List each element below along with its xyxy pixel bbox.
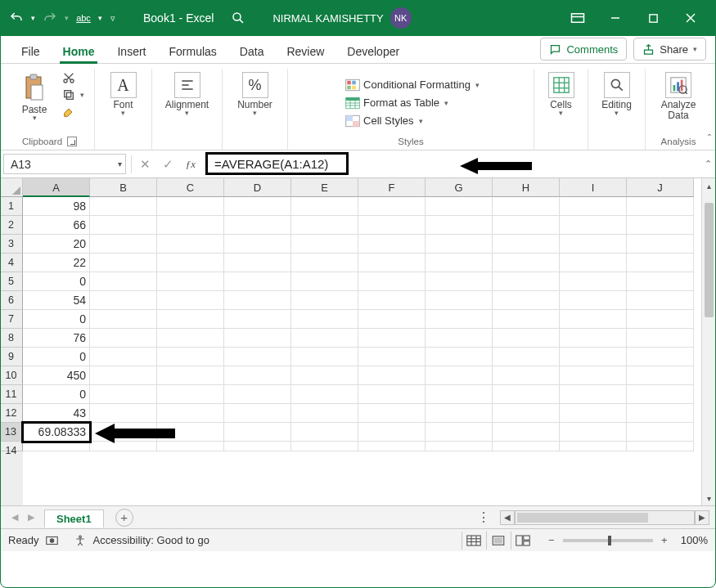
row-header-9[interactable]: 9 [0, 348, 23, 366]
conditional-formatting-button[interactable]: Conditional Formatting▾ [344, 78, 481, 92]
col-header-F[interactable]: F [358, 178, 426, 197]
row-header-4[interactable]: 4 [0, 254, 23, 272]
vertical-scrollbar[interactable]: ▴ ▾ [701, 178, 716, 505]
zoom-out-button[interactable]: − [545, 534, 558, 546]
formula-input[interactable]: =AVERAGE(A1:A12) [205, 152, 349, 175]
share-button[interactable]: Share ▾ [633, 38, 706, 61]
col-header-H[interactable]: H [493, 178, 560, 197]
cell-A1[interactable]: 98 [23, 197, 90, 216]
tab-insert[interactable]: Insert [106, 40, 157, 63]
cell-G1[interactable] [426, 197, 493, 216]
dropdown-icon[interactable]: ▾ [65, 14, 69, 22]
sheet-tab[interactable]: Sheet1 [44, 509, 104, 527]
minimize-button[interactable] [597, 0, 634, 36]
cell-H1[interactable] [493, 197, 560, 216]
new-sheet-button[interactable]: + [115, 509, 133, 527]
accessibility-icon[interactable] [74, 534, 87, 547]
paste-button[interactable]: Paste ▾ [13, 70, 56, 122]
maximize-button[interactable] [634, 0, 672, 36]
scroll-down-button[interactable]: ▾ [702, 491, 716, 505]
sheet-nav-prev[interactable]: ◀ [7, 512, 23, 523]
spellcheck-button[interactable]: abc [74, 8, 93, 28]
number-button[interactable]: % Number ▾ [234, 70, 277, 117]
col-header-C[interactable]: C [157, 178, 224, 197]
col-header-A[interactable]: A [23, 178, 90, 197]
undo-button[interactable] [7, 8, 26, 28]
tab-data[interactable]: Data [228, 40, 276, 63]
dialog-launcher-icon[interactable] [67, 137, 77, 146]
row-header-10[interactable]: 10 [0, 366, 23, 385]
row-header-14[interactable]: 14 [0, 442, 23, 451]
zoom-control[interactable]: − + 100% [545, 534, 708, 546]
row-header-5[interactable]: 5 [0, 272, 23, 291]
cell-A3[interactable]: 20 [23, 235, 90, 254]
row-header-6[interactable]: 6 [0, 291, 23, 310]
row-header-1[interactable]: 1 [0, 197, 23, 216]
editing-button[interactable]: Editing ▾ [596, 70, 638, 117]
format-painter-button[interactable] [61, 105, 86, 119]
ribbon-display-options-button[interactable] [559, 0, 597, 36]
font-button[interactable]: A Font ▾ [102, 70, 145, 117]
row-header-8[interactable]: 8 [0, 329, 23, 348]
search-button[interactable] [228, 8, 248, 28]
analyze-data-button[interactable]: Analyze Data [654, 70, 703, 123]
tab-developer[interactable]: Developer [335, 40, 411, 63]
cell-A10[interactable]: 450 [23, 366, 90, 385]
col-header-D[interactable]: D [224, 178, 291, 197]
tab-home[interactable]: Home [52, 40, 106, 63]
cell-I1[interactable] [560, 197, 627, 216]
cells-button[interactable]: Cells ▾ [540, 70, 583, 117]
scroll-left-button[interactable]: ◀ [500, 510, 515, 525]
cell-styles-button[interactable]: Cell Styles▾ [344, 114, 424, 128]
format-as-table-button[interactable]: Format as Table▾ [344, 96, 450, 110]
normal-view-button[interactable] [462, 532, 486, 550]
col-header-B[interactable]: B [90, 178, 157, 197]
chevron-down-icon[interactable]: ▾ [118, 159, 122, 168]
sheet-nav-next[interactable]: ▶ [23, 512, 39, 523]
qat-customize-button[interactable]: ▿ [107, 8, 119, 28]
cell-A13[interactable]: 69.08333 [23, 423, 90, 442]
tab-review[interactable]: Review [275, 40, 335, 63]
cell-A9[interactable]: 0 [23, 348, 90, 366]
cell-J1[interactable] [627, 197, 694, 216]
sheet-tab-options[interactable]: ⋮ [477, 509, 500, 525]
cell-A12[interactable]: 43 [23, 404, 90, 423]
cell-A6[interactable]: 54 [23, 291, 90, 310]
cell-B1[interactable] [90, 197, 157, 216]
zoom-percent[interactable]: 100% [681, 534, 708, 546]
page-break-view-button[interactable] [511, 532, 535, 550]
tab-file[interactable]: File [10, 40, 52, 63]
page-layout-view-button[interactable] [486, 532, 511, 550]
collapse-ribbon-button[interactable]: ˆ [708, 133, 711, 145]
name-box[interactable]: A13 ▾ [3, 154, 126, 174]
row-header-7[interactable]: 7 [0, 310, 23, 329]
row-header-13[interactable]: 13 [0, 423, 23, 442]
dropdown-icon[interactable]: ▾ [31, 14, 35, 22]
select-all-button[interactable] [0, 178, 23, 197]
col-header-J[interactable]: J [627, 178, 694, 197]
copy-button[interactable]: ▾ [61, 88, 86, 102]
user-avatar[interactable]: NK [390, 7, 412, 29]
cell-A11[interactable]: 0 [23, 385, 90, 404]
col-header-E[interactable]: E [291, 178, 358, 197]
close-button[interactable] [672, 0, 709, 36]
dropdown-icon[interactable]: ▾ [98, 14, 102, 22]
insert-function-button[interactable]: ƒx [179, 154, 202, 175]
accessibility-text[interactable]: Accessibility: Good to go [93, 534, 209, 546]
enter-formula-button[interactable]: ✓ [156, 154, 179, 175]
cell-A8[interactable]: 76 [23, 329, 90, 348]
row-header-12[interactable]: 12 [0, 404, 23, 423]
macro-record-icon[interactable] [46, 535, 61, 546]
cell-A5[interactable]: 0 [23, 272, 90, 291]
cell-A14[interactable] [23, 442, 90, 451]
cut-button[interactable] [61, 70, 86, 85]
horizontal-scrollbar[interactable]: ◀ ▶ [500, 510, 709, 525]
scroll-right-button[interactable]: ▶ [695, 510, 709, 525]
row-header-11[interactable]: 11 [0, 385, 23, 404]
cell-C1[interactable] [157, 197, 224, 216]
cell-F1[interactable] [358, 197, 426, 216]
cell-E1[interactable] [291, 197, 358, 216]
cancel-formula-button[interactable]: ✕ [133, 154, 156, 175]
col-header-I[interactable]: I [560, 178, 627, 197]
redo-button[interactable] [40, 8, 60, 28]
